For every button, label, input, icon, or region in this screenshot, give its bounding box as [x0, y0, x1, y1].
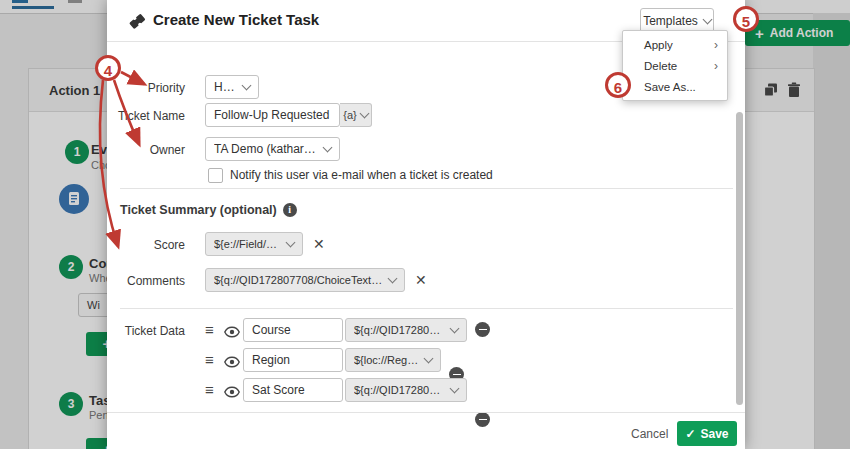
menu-item-label: Save As...: [644, 81, 696, 93]
submenu-arrow-icon: ›: [714, 38, 718, 52]
ticket-name-input[interactable]: [205, 103, 340, 127]
owner-value: TA Demo (katharines+ta...: [214, 142, 318, 156]
menu-item-label: Delete: [644, 60, 677, 72]
menu-item-label: Apply: [644, 39, 673, 51]
drag-handle-icon[interactable]: ≡: [205, 383, 214, 397]
chevron-down-icon: [702, 15, 712, 25]
ticket-data-label: Ticket Data: [107, 324, 185, 338]
save-label: Save: [701, 427, 729, 441]
ticket-data-name-input[interactable]: [243, 318, 343, 342]
footer-divider: [107, 412, 745, 413]
chevron-down-icon: [286, 238, 296, 248]
eye-icon[interactable]: [224, 354, 240, 372]
section-divider: [120, 188, 733, 189]
piped-text-label: {a}: [343, 109, 356, 121]
templates-label: Templates: [643, 14, 698, 28]
ticket-data-value: ${loc://Region}: [354, 354, 419, 366]
save-button[interactable]: ✓ Save: [677, 421, 737, 446]
comments-value: ${q://QID172807708/ChoiceTextEntryValue}: [214, 274, 383, 286]
cancel-button[interactable]: Cancel: [631, 427, 668, 441]
ticket-icon: [127, 11, 147, 35]
chevron-down-icon: [450, 324, 460, 334]
drag-handle-icon[interactable]: ≡: [205, 353, 214, 367]
owner-label: Owner: [107, 143, 185, 157]
chevron-down-icon: [359, 109, 369, 119]
score-value: ${e://Field/CSAT}: [214, 238, 281, 250]
score-label: Score: [107, 238, 185, 252]
chevron-down-icon: [242, 81, 252, 91]
menu-item-apply[interactable]: Apply ›: [623, 34, 727, 55]
ticket-name-label: Ticket Name: [107, 109, 185, 123]
notify-label: Notify this user via e-mail when a ticke…: [230, 168, 493, 182]
callout-6-badge: 6: [605, 72, 631, 98]
section-divider: [120, 308, 733, 309]
remove-row-icon[interactable]: [475, 322, 490, 337]
ticket-data-value: ${q://QID172807702/...: [354, 384, 445, 396]
menu-item-delete[interactable]: Delete ›: [623, 55, 727, 76]
callout-5-badge: 5: [733, 6, 759, 32]
score-select[interactable]: ${e://Field/CSAT}: [205, 232, 303, 256]
drag-handle-icon[interactable]: ≡: [205, 323, 214, 337]
chevron-down-icon: [388, 274, 398, 284]
ticket-data-value-select[interactable]: ${q://QID172807705/...: [345, 318, 467, 342]
ticket-data-name-input[interactable]: [243, 378, 343, 402]
submenu-arrow-icon: ›: [714, 59, 718, 73]
ticket-data-value-select[interactable]: ${q://QID172807702/...: [345, 378, 467, 402]
chevron-down-icon: [450, 384, 460, 394]
piped-text-button[interactable]: {a}: [340, 103, 372, 127]
priority-label: Priority: [107, 81, 185, 95]
priority-value: High: [214, 80, 237, 94]
ticket-summary-heading: Ticket Summary (optional) i: [120, 203, 297, 217]
priority-select[interactable]: High: [205, 75, 259, 99]
ticket-data-value: ${q://QID172807705/...: [354, 324, 445, 336]
comments-select[interactable]: ${q://QID172807708/ChoiceTextEntryValue}: [205, 268, 405, 292]
eye-icon[interactable]: [224, 324, 240, 342]
notify-checkbox[interactable]: [208, 168, 223, 183]
remove-row-icon[interactable]: [475, 412, 490, 427]
chevron-down-icon: [323, 143, 333, 153]
templates-menu: Apply › Delete › Save As...: [622, 30, 728, 101]
info-icon[interactable]: i: [283, 203, 297, 217]
owner-select[interactable]: TA Demo (katharines+ta...: [205, 137, 340, 161]
page: Action 1 1 Eve Choc 2 Con Whe Wi +: [0, 0, 850, 449]
summary-heading-text: Ticket Summary (optional): [120, 203, 277, 217]
menu-item-save-as[interactable]: Save As...: [623, 76, 727, 97]
ticket-data-value-select[interactable]: ${loc://Region}: [345, 348, 441, 372]
chevron-down-icon: [424, 354, 434, 364]
comments-label: Comments: [107, 274, 185, 288]
remove-score-icon[interactable]: ✕: [313, 236, 325, 252]
ticket-data-name-input[interactable]: [243, 348, 343, 372]
check-icon: ✓: [685, 427, 695, 441]
callout-4-badge: 4: [95, 55, 121, 81]
eye-icon[interactable]: [224, 384, 240, 402]
modal-title: Create New Ticket Task: [153, 11, 319, 28]
remove-comments-icon[interactable]: ✕: [415, 272, 427, 288]
modal-scrollbar[interactable]: [736, 112, 743, 405]
